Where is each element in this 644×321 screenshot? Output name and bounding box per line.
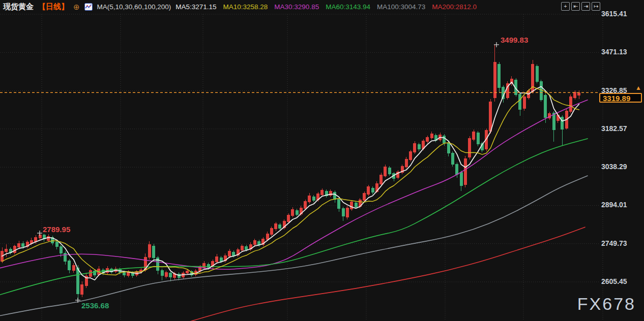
ma-readout-ma200: MA200:2812.0 [432, 3, 477, 11]
current-price-tag: 3319.89 [599, 93, 642, 103]
scale-right-icon[interactable]: ⇥ [581, 2, 590, 11]
ma-readout-ma10: MA10:3258.28 [223, 3, 268, 11]
chart-toolbar: +⇤⇥↦ [561, 2, 600, 11]
chart-app: 3499.832789.952536.68 现货黄金 【日线】 ⊕ MA(5,1… [0, 0, 644, 321]
y-axis-tick-label: 2894.01 [601, 201, 627, 209]
y-axis-tick-label: 2749.73 [601, 239, 627, 247]
y-axis-tick-label: 3182.57 [601, 124, 627, 133]
y-axis-tick-label: 3471.13 [601, 48, 627, 56]
price-alert-arrow-icon[interactable]: ▲ [635, 84, 641, 91]
move-icon[interactable]: + [561, 2, 570, 11]
scale-left-icon[interactable]: ⇤ [571, 2, 580, 11]
ma-readout-ma100: MA100:3004.73 [377, 3, 425, 11]
extreme-price-label: 2789.95 [43, 225, 70, 234]
watermark: FX678 [577, 294, 636, 314]
ma-readout-ma60: MA60:3143.94 [326, 3, 370, 11]
chart-background [0, 0, 644, 321]
ma-params-label: MA(5,10,30,60,100,200) [97, 3, 171, 11]
timeframe-label[interactable]: 【日线】 [38, 2, 69, 12]
chart-type-icon[interactable] [84, 3, 93, 11]
y-axis-tick-label: 3038.29 [601, 163, 627, 171]
ma-readout-ma30: MA30:3290.85 [274, 3, 319, 11]
ma-readouts: MA5:3271.15MA10:3258.28MA30:3290.85MA60:… [175, 3, 477, 11]
y-axis-tick-label: 2605.45 [601, 277, 627, 285]
add-indicator-icon[interactable]: ⊕ [73, 3, 80, 11]
extreme-price-label: 3499.83 [501, 36, 528, 44]
symbol-name: 现货黄金 [3, 2, 34, 12]
price-chart-canvas[interactable]: 3499.832789.952536.68 [0, 0, 644, 321]
pan-right-icon[interactable]: ↦ [592, 2, 600, 11]
ma-readout-ma5: MA5:3271.15 [175, 3, 216, 11]
chart-header: 现货黄金 【日线】 ⊕ MA(5,10,30,60,100,200) MA5:3… [0, 0, 644, 14]
extreme-price-label: 2536.68 [81, 301, 109, 310]
